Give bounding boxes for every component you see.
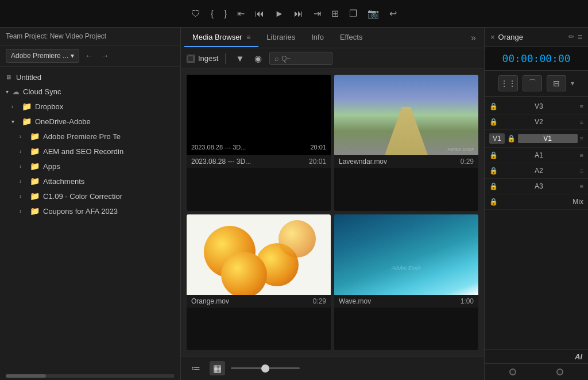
aem-seo-expand-icon: › <box>20 148 26 155</box>
untitled-label: Untitled <box>16 73 41 82</box>
track-a3-menu-icon[interactable]: ≡ <box>580 183 583 190</box>
zoom-slider[interactable] <box>231 367 300 369</box>
track-v1-left-label[interactable]: V1 <box>489 133 505 144</box>
play-icon[interactable]: ► <box>274 9 284 19</box>
orange-thumb-bg <box>187 214 331 295</box>
tab-media-browser-label: Media Browser <box>192 33 242 41</box>
bracket-right-icon[interactable]: } <box>224 9 227 19</box>
lavender-scene: Adobe Stock <box>334 75 478 155</box>
sidebar-item-c109[interactable]: › 📁 C1.09 - Color Correctior <box>0 189 180 204</box>
media-item-wave[interactable]: Adobe Stock Wave.mov 1:00 <box>334 214 478 351</box>
attachments-label: Attachments <box>43 177 84 186</box>
track-a2-label: A2 <box>501 167 577 175</box>
media-item-lavender[interactable]: Adobe Stock Lavewndar.mov 0:29 <box>334 75 478 211</box>
panel-edit-icon[interactable]: ✏ <box>568 33 574 41</box>
lock-a3-icon[interactable]: 🔒 <box>489 182 498 190</box>
ingest-area: Ingest <box>187 54 218 63</box>
lock-v3-icon[interactable]: 🔒 <box>489 102 498 110</box>
adobe-premiere-expand-icon: › <box>20 133 26 140</box>
tab-info[interactable]: Info <box>303 28 332 47</box>
tab-menu-icon[interactable]: ≡ <box>246 33 250 41</box>
lock-v1-icon[interactable]: 🔒 <box>507 135 516 143</box>
filter-button[interactable]: ▼ <box>233 52 247 64</box>
search-area: ⌕ <box>269 52 332 65</box>
sidebar-item-onedrive[interactable]: ▾ 📁 OneDrive-Adobe <box>0 114 180 129</box>
knob-left[interactable] <box>509 369 516 375</box>
lock-a2-icon[interactable]: 🔒 <box>489 167 498 175</box>
bracket-left-icon[interactable]: { <box>211 9 214 19</box>
tab-libraries[interactable]: Libraries <box>258 28 303 47</box>
grid-view-button[interactable]: ▦ <box>210 361 225 375</box>
track-v3-menu-icon[interactable]: ≡ <box>580 103 583 110</box>
timecode-display: 00:00:00:00 <box>485 47 588 71</box>
effect-button-1[interactable]: ⋮⋮ <box>498 75 518 91</box>
nav-back-button[interactable]: ← <box>83 50 95 62</box>
media-grid: 2023.08.28 --- 3D... 20:01 2023.08.28 --… <box>181 69 484 356</box>
effect-button-2[interactable]: ⌒ <box>523 75 542 91</box>
nav-forward-button[interactable]: → <box>99 50 111 62</box>
scrollbar-track[interactable] <box>6 374 175 378</box>
media-thumb-lavender: Adobe Stock <box>334 75 478 155</box>
c109-label: C1.09 - Color Correctior <box>43 192 122 201</box>
cloud-sync-row[interactable]: ▾ ☁ Cloud Sync <box>0 85 180 99</box>
mix-label: Mix <box>572 198 583 206</box>
lock-v2-icon[interactable]: 🔒 <box>489 118 498 126</box>
tree-item-untitled[interactable]: 🖥 Untitled <box>0 70 180 85</box>
thumb-time-overlay: 20:01 <box>310 144 326 151</box>
list-view-button[interactable]: ≔ <box>188 361 204 375</box>
sidebar-item-dropbox[interactable]: › 📁 Dropbox <box>0 99 180 114</box>
insert-icon[interactable]: ⊞ <box>331 8 339 19</box>
onedrive-folder-icon: 📁 <box>22 117 32 126</box>
tab-effects[interactable]: Effects <box>332 28 371 47</box>
view-options-button[interactable]: ◉ <box>252 52 265 65</box>
tabs-row: Media Browser ≡ Libraries Info Effects » <box>181 28 484 48</box>
sidebar-item-apps[interactable]: › 📁 Apps <box>0 159 180 174</box>
search-input[interactable] <box>281 55 327 63</box>
search-icon: ⌕ <box>274 54 279 63</box>
bottom-controls <box>485 363 588 380</box>
track-v1-menu-icon[interactable]: ≡ <box>580 135 583 142</box>
c109-expand-icon: › <box>20 193 26 199</box>
panel-menu-icon[interactable]: ≡ <box>578 32 582 41</box>
tab-media-browser[interactable]: Media Browser ≡ <box>184 28 258 47</box>
media-item-3d[interactable]: 2023.08.28 --- 3D... 20:01 2023.08.28 --… <box>187 75 331 211</box>
scrollbar-thumb[interactable] <box>6 374 46 378</box>
cloud-sync-expand-icon: ▾ <box>6 89 9 95</box>
ingest-label[interactable]: Ingest <box>198 54 218 63</box>
step-fwd-icon[interactable]: ⏭ <box>294 9 303 19</box>
overwrite-icon[interactable]: ❐ <box>349 8 357 19</box>
track-a1-menu-icon[interactable]: ≡ <box>580 152 583 159</box>
project-label: Team Project: New Video Project <box>6 32 106 40</box>
sidebar-item-adobe-premiere[interactable]: › 📁 Adobe Premiere Pro Te <box>0 129 180 144</box>
track-v2-menu-icon[interactable]: ≡ <box>580 118 583 125</box>
step-back-icon[interactable]: ⏮ <box>255 9 264 19</box>
media-name-orange: Orange.mov <box>191 297 229 305</box>
close-panel-button[interactable]: × <box>490 33 495 41</box>
shield-icon[interactable]: 🛡 <box>191 9 200 19</box>
sidebar-item-coupons[interactable]: › 📁 Coupons for AFA 2023 <box>0 204 180 218</box>
trim-out-icon[interactable]: ⇥ <box>314 8 321 19</box>
tabs-more-button[interactable]: » <box>466 33 481 43</box>
media-item-orange[interactable]: Orange.mov 0:29 <box>187 214 331 351</box>
trim-in-icon[interactable]: ⇤ <box>237 8 245 19</box>
lavender-path <box>385 107 428 155</box>
media-name-lavender: Lavewndar.mov <box>339 158 387 166</box>
track-a2: 🔒 A2 ≡ <box>485 163 588 179</box>
media-bottom-toolbar: ≔ ▦ <box>181 356 484 380</box>
track-v1-label[interactable]: V1 <box>518 134 578 143</box>
coupons-expand-icon: › <box>20 208 26 214</box>
export-icon[interactable]: ↩ <box>389 8 397 19</box>
chevron-down-icon[interactable]: ▾ <box>571 79 574 87</box>
ingest-checkbox[interactable] <box>187 55 195 63</box>
tab-info-label: Info <box>311 33 324 41</box>
effect-button-3[interactable]: ⊟ <box>547 75 566 91</box>
project-dropdown[interactable]: Adobe Premiere ... ▾ <box>6 49 79 63</box>
lock-mix-icon[interactable]: 🔒 <box>489 198 498 206</box>
knob-right[interactable] <box>556 369 563 375</box>
track-a2-menu-icon[interactable]: ≡ <box>580 167 583 174</box>
camera-icon[interactable]: 📷 <box>368 8 379 19</box>
sidebar-item-attachments[interactable]: › 📁 Attachments <box>0 174 180 189</box>
lock-a1-icon[interactable]: 🔒 <box>489 151 498 159</box>
track-v1: V1 🔒 V1 ≡ <box>485 130 588 148</box>
sidebar-item-aem-seo[interactable]: › 📁 AEM and SEO Recordin <box>0 144 180 159</box>
